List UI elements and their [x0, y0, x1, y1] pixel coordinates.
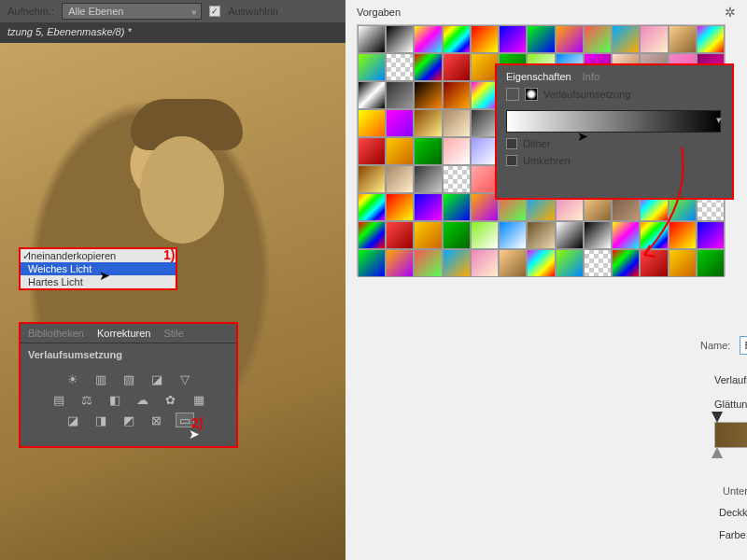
swatch[interactable] — [556, 25, 584, 53]
gradient-name-input[interactable] — [740, 336, 747, 355]
swatch[interactable] — [414, 81, 442, 109]
swatch[interactable] — [443, 53, 471, 81]
document-tab[interactable]: tzung 5, Ebenenmaske/8) * — [0, 22, 345, 43]
reverse-checkbox[interactable] — [506, 155, 517, 166]
tab-stile[interactable]: Stile — [163, 328, 183, 339]
swatch[interactable] — [669, 249, 697, 277]
swatch[interactable] — [556, 249, 584, 277]
swatch[interactable] — [527, 221, 555, 249]
swatch[interactable] — [584, 221, 612, 249]
swatch[interactable] — [358, 137, 386, 165]
swatch[interactable] — [584, 25, 612, 53]
swatch[interactable] — [386, 249, 414, 277]
gradient-preview[interactable] — [506, 110, 721, 133]
swatch[interactable] — [386, 193, 414, 221]
swatch[interactable] — [612, 249, 640, 277]
swatch[interactable] — [414, 53, 442, 81]
swatch[interactable] — [443, 81, 471, 109]
swatch[interactable] — [386, 137, 414, 165]
tab-info[interactable]: Info — [583, 71, 599, 82]
swatch[interactable] — [443, 25, 471, 53]
swatch[interactable] — [358, 249, 386, 277]
swatch[interactable] — [358, 81, 386, 109]
swatch[interactable] — [386, 81, 414, 109]
swatch[interactable] — [414, 221, 442, 249]
levels-icon[interactable]: ▥ — [92, 371, 110, 386]
swatch[interactable] — [386, 53, 414, 81]
swatch[interactable] — [443, 249, 471, 277]
swatch[interactable] — [612, 221, 640, 249]
bw-icon[interactable]: ◧ — [106, 392, 124, 407]
opacity-stop[interactable] — [712, 412, 723, 423]
swatch[interactable] — [386, 109, 414, 137]
swatch[interactable] — [443, 137, 471, 165]
swatch[interactable] — [443, 109, 471, 137]
blend-mode-menu[interactable]: Ineinanderkopieren Weiches Licht Hartes … — [19, 247, 177, 290]
swatch[interactable] — [358, 193, 386, 221]
swatch[interactable] — [414, 193, 442, 221]
swatch[interactable] — [358, 221, 386, 249]
swatch[interactable] — [669, 25, 697, 53]
blend-ineinander[interactable]: Ineinanderkopieren — [21, 249, 176, 262]
selcolor-icon[interactable]: ⊠ — [148, 413, 166, 427]
swatch[interactable] — [414, 137, 442, 165]
swatch[interactable] — [414, 249, 442, 277]
swatch[interactable] — [499, 249, 527, 277]
swatch[interactable] — [640, 25, 668, 53]
swatch[interactable] — [386, 25, 414, 53]
swatch[interactable] — [471, 25, 499, 53]
threshold-icon[interactable]: ◩ — [120, 413, 138, 427]
mask-icon[interactable] — [506, 88, 519, 101]
swatch[interactable] — [358, 109, 386, 137]
swatch[interactable] — [358, 53, 386, 81]
swatch[interactable] — [584, 249, 612, 277]
exposure-icon[interactable]: ◪ — [148, 371, 166, 386]
gear-icon[interactable]: ✲ — [725, 5, 736, 20]
swatch[interactable] — [443, 221, 471, 249]
chevron-down-icon[interactable]: ▽ — [176, 371, 194, 386]
swatch[interactable] — [527, 25, 555, 53]
swatch[interactable] — [386, 221, 414, 249]
swatch[interactable] — [697, 221, 725, 249]
mixer-icon[interactable]: ✿ — [162, 392, 180, 407]
invert-icon[interactable]: ◪ — [63, 413, 82, 427]
blend-hartes-licht[interactable]: Hartes Licht — [21, 275, 176, 288]
swatch[interactable] — [443, 193, 471, 221]
swatch[interactable] — [499, 25, 527, 53]
swatch[interactable] — [612, 25, 640, 53]
swatch[interactable] — [556, 221, 584, 249]
blend-weiches-licht[interactable]: Weiches Licht — [21, 262, 176, 275]
tab-bibliotheken[interactable]: Bibliotheken — [28, 328, 84, 339]
color-stop[interactable] — [712, 447, 723, 458]
brightness-icon[interactable]: ☀ — [63, 371, 82, 386]
swatch[interactable] — [527, 249, 555, 277]
posterize-icon[interactable]: ◨ — [92, 413, 110, 427]
vorgaben-title: Vorgaben — [357, 7, 401, 18]
swatch[interactable] — [499, 221, 527, 249]
swatch[interactable] — [443, 165, 471, 193]
curves-icon[interactable]: ▨ — [120, 371, 138, 386]
swatch[interactable] — [358, 25, 386, 53]
vibrance-icon[interactable]: ▤ — [49, 392, 68, 407]
swatch[interactable] — [471, 249, 499, 277]
swatch[interactable] — [471, 221, 499, 249]
lut-icon[interactable]: ▦ — [190, 392, 208, 407]
swatch[interactable] — [414, 109, 442, 137]
swatch[interactable] — [414, 25, 442, 53]
swatch[interactable] — [414, 165, 442, 193]
layer-select[interactable]: Alle Ebenen — [62, 3, 202, 20]
swatch[interactable] — [358, 165, 386, 193]
tab-korrekturen[interactable]: Korrekturen — [97, 328, 150, 339]
tab-eigenschaften[interactable]: Eigenschaften — [506, 71, 571, 82]
swatch[interactable] — [697, 249, 725, 277]
swatch[interactable] — [640, 249, 668, 277]
swatch[interactable] — [669, 221, 697, 249]
photo-filter-icon[interactable]: ☁ — [134, 392, 152, 407]
swatch[interactable] — [640, 221, 668, 249]
swatch[interactable] — [697, 25, 725, 53]
gradient-editor-strip[interactable] — [714, 422, 747, 448]
dither-checkbox[interactable] — [506, 138, 517, 149]
swatch[interactable] — [386, 165, 414, 193]
balance-icon[interactable]: ⚖ — [78, 392, 96, 407]
auswahl-checkbox[interactable]: ✓ — [209, 6, 220, 17]
